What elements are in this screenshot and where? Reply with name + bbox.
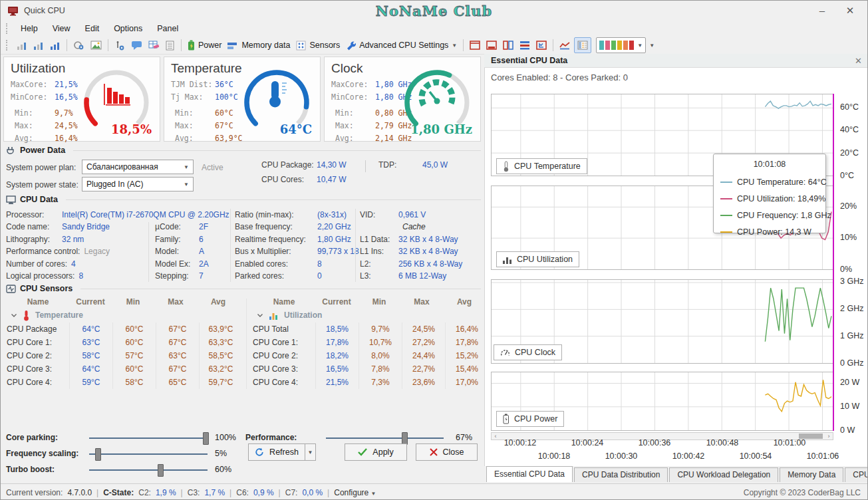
image-button[interactable] (88, 38, 104, 53)
column-header[interactable]: Max (154, 296, 197, 308)
slider-track-core-parking[interactable] (89, 438, 208, 439)
slider-track-frequency-scaling[interactable] (89, 453, 208, 455)
field-value: 7 (199, 270, 204, 282)
menu-item-options[interactable]: Options (106, 22, 150, 35)
menu-item-panel[interactable]: Panel (150, 22, 186, 35)
sensor-value: 63,9°C (199, 322, 242, 336)
cstate-label: C7: (285, 488, 298, 497)
slider-thumb-core-parking[interactable] (203, 432, 209, 445)
stat-label: Max: (175, 120, 215, 132)
field-value: 4 (71, 258, 76, 270)
slider-thumb-frequency-scaling[interactable] (95, 448, 101, 461)
chart-tooltip: 10:01:08 CPU Temperature: 64°CCPU Utiliz… (713, 154, 826, 233)
report-button[interactable] (163, 38, 178, 53)
slider-thumb-turbo-boost[interactable] (158, 464, 164, 477)
power-button[interactable]: Power (185, 38, 224, 53)
toolbar-grip (6, 40, 9, 51)
slider-track-turbo-boost[interactable] (89, 469, 208, 471)
bar-chart-icon (503, 255, 512, 264)
sensors-button[interactable]: Sensors (293, 38, 343, 53)
chart-blue-icon-button[interactable] (47, 38, 63, 53)
apply-button[interactable]: Apply (345, 443, 407, 461)
cpu-power-series-label[interactable]: CPU Power (496, 411, 564, 427)
stat-label: MaxCore: (11, 78, 55, 91)
menu-item-view[interactable]: View (45, 22, 78, 35)
side-panel-view-button[interactable] (574, 37, 591, 53)
y-tick-label: 3 GHz (840, 277, 863, 286)
refresh-options-dropdown[interactable]: ▼ (305, 443, 316, 461)
palette-options-dropdown[interactable]: ▼ (647, 38, 657, 53)
field-value: 6 MB 12-Way (398, 270, 446, 282)
sensor-group-row[interactable]: Utilization (249, 308, 488, 322)
layout-float-button[interactable] (533, 38, 549, 53)
scroll-left-arrow[interactable]: ‹ (492, 433, 500, 439)
stat-value: 9,7% (55, 107, 73, 120)
layout-split-button[interactable] (500, 38, 516, 53)
line-chart-icon (559, 41, 571, 50)
gear-sync-button[interactable] (71, 38, 87, 53)
color-palette-dropdown[interactable]: ▼ (596, 37, 646, 53)
chevron-down-icon[interactable] (11, 313, 17, 318)
sensor-value: 15,4% (445, 362, 488, 376)
menu-item-edit[interactable]: Edit (78, 22, 107, 35)
stat-value: 36°C (215, 78, 233, 91)
cpu-temperature-series-label[interactable]: CPU Temperature (496, 158, 587, 174)
chevron-down-icon[interactable] (257, 313, 263, 318)
legend-dash (720, 198, 732, 199)
tab-essential-cpu-data[interactable]: Essential CPU Data (486, 466, 573, 482)
sensor-name: CPU Core 1: (3, 338, 69, 347)
field-value: 32 nm (62, 233, 84, 245)
close-window-button[interactable]: ✕ (838, 1, 862, 21)
power-plan-select[interactable]: Сбалансированная▼ (82, 160, 194, 174)
tab-cpu-workload-delegation[interactable]: CPU Workload Delegation (669, 467, 778, 482)
refresh-button[interactable]: Refresh (248, 443, 305, 461)
field-value: 1,80 GHz (317, 233, 351, 245)
clear-table-button[interactable] (146, 38, 162, 53)
divider: | (279, 488, 281, 497)
battery-icon (503, 414, 509, 424)
column-header[interactable]: Min (112, 296, 154, 308)
slider-label-core-parking: Core parking: (6, 433, 58, 442)
column-header[interactable]: Name (249, 297, 315, 307)
column-header[interactable]: Max (400, 296, 443, 308)
power-state-select[interactable]: Plugged In (AC)▼ (82, 177, 194, 191)
cpu-clock-series-label[interactable]: CPU Clock (494, 344, 562, 360)
palette-swatch (599, 41, 604, 50)
chart-gray-icon-button[interactable] (14, 38, 30, 53)
tooltip-time: 10:01:08 (720, 160, 819, 169)
layout-window-button[interactable] (467, 38, 483, 53)
tab-cpu-data-distribution[interactable]: CPU Data Distribution (574, 467, 668, 482)
cpu-utilization-series-label[interactable]: CPU Utilization (496, 251, 579, 267)
close-button[interactable]: Close (416, 443, 478, 461)
cstate-value: 0,0 % (302, 488, 323, 497)
advanced-cpu-settings-button[interactable]: Advanced CPU Settings ▼ (343, 38, 460, 53)
column-header[interactable]: Current (69, 296, 112, 308)
minimize-button[interactable]: – (810, 1, 834, 21)
y-tick-label: 0°C (840, 171, 854, 180)
configure-menu[interactable]: Configure ▼ (334, 488, 376, 497)
series-label-text: CPU Power (514, 414, 557, 424)
column-header[interactable]: Avg (197, 296, 239, 308)
column-header[interactable]: Current (315, 296, 358, 308)
column-header[interactable]: Min (358, 296, 400, 308)
layout-rows-button[interactable] (517, 38, 533, 53)
sensor-row: CPU Core 4:59°C58°C65°C59,7°C (3, 376, 242, 389)
layout-bottom-panel-button[interactable] (484, 38, 500, 53)
panel-close-icon[interactable]: ✕ (855, 56, 862, 66)
line-chart-view-button[interactable] (557, 38, 573, 53)
column-header[interactable]: Avg (443, 296, 486, 308)
x-icon (430, 448, 438, 456)
cpu-data-title: CPU Data (20, 195, 58, 204)
feedback-button[interactable] (128, 38, 145, 53)
sensor-group-row[interactable]: Temperature (3, 308, 242, 322)
slider-track-performance[interactable] (326, 438, 444, 439)
palette-swatches (599, 41, 634, 50)
process-settings-button[interactable] (112, 38, 128, 53)
memory-data-button[interactable]: Memory data (225, 38, 293, 53)
menu-item-help[interactable]: Help (13, 22, 45, 35)
scroll-right-arrow[interactable]: › (825, 433, 833, 439)
chart-mixed-icon-button[interactable] (31, 38, 47, 53)
tab-cpu-core-parking[interactable]: CPU Core Parking (845, 467, 868, 482)
column-header[interactable]: Name (3, 297, 69, 307)
tab-memory-data[interactable]: Memory Data (780, 467, 843, 482)
